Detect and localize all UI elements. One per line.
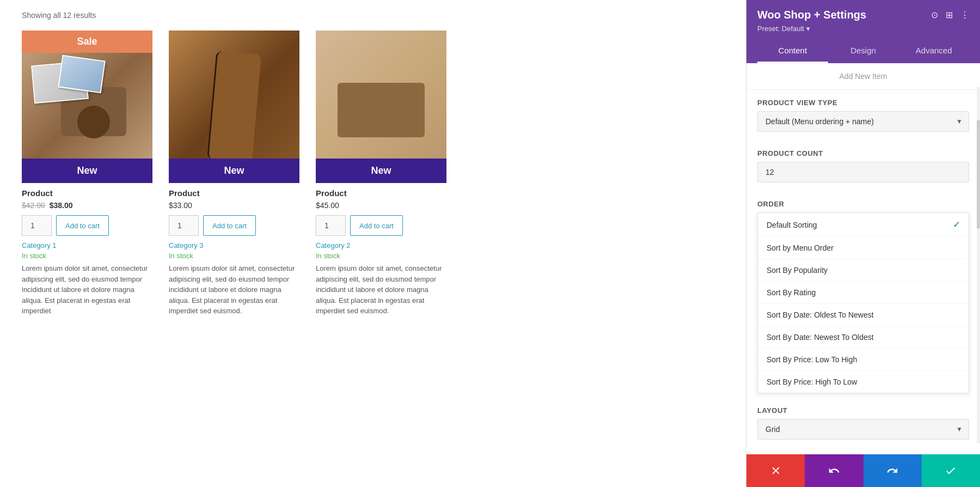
stock-status-1: In stock bbox=[22, 252, 152, 260]
order-option-sort-rating[interactable]: Sort By Rating bbox=[758, 282, 969, 304]
layout-icon[interactable]: ⊞ bbox=[946, 10, 953, 20]
focus-icon[interactable]: ⊙ bbox=[931, 10, 938, 20]
product-image-wrap-3: New bbox=[316, 31, 446, 183]
add-to-cart-row-2: Add to cart bbox=[169, 215, 299, 236]
panel-header: Woo Shop + Settings ⊙ ⊞ ⋮ Preset: Defaul… bbox=[746, 0, 980, 63]
panel-title-row: Woo Shop + Settings ⊙ ⊞ ⋮ bbox=[757, 9, 969, 21]
redo-icon bbox=[886, 465, 898, 477]
product-image-wrap-2: New bbox=[169, 31, 299, 183]
product-view-type-label: Product View Type bbox=[746, 90, 980, 111]
product-count-label: Product Count bbox=[746, 141, 980, 162]
save-button[interactable] bbox=[922, 454, 980, 487]
product-name-2: Product bbox=[169, 188, 299, 198]
order-option-sort-date-newest-label: Sort By Date: Newest To Oldest bbox=[767, 333, 874, 342]
layout-select[interactable]: Grid List bbox=[757, 419, 969, 440]
product-label-3: New bbox=[316, 159, 446, 183]
product-badge-sale: Sale bbox=[22, 31, 152, 53]
product-card-1: Sale New Product $42.00 $38.00 Add to ca… bbox=[22, 31, 152, 322]
order-dropdown: Default Sorting ✓ Sort by Menu Order Sor… bbox=[757, 212, 969, 393]
products-grid: Sale New Product $42.00 $38.00 Add to ca… bbox=[22, 31, 724, 322]
price-regular-3: $45.00 bbox=[316, 201, 339, 210]
product-desc-1: Lorem ipsum dolor sit amet, consectetur … bbox=[22, 263, 152, 316]
panel-title: Woo Shop + Settings bbox=[757, 9, 866, 21]
price-old-1: $42.00 bbox=[22, 201, 45, 210]
add-to-cart-button-2[interactable]: Add to cart bbox=[203, 215, 256, 236]
product-card-3: New Product $45.00 Add to cart Category … bbox=[316, 31, 446, 322]
cancel-button[interactable] bbox=[746, 454, 805, 487]
product-count-field bbox=[757, 162, 969, 182]
qty-input-2[interactable] bbox=[169, 215, 199, 236]
tab-content[interactable]: Content bbox=[757, 39, 828, 63]
price-new-1: $38.00 bbox=[50, 201, 73, 210]
category-link-2[interactable]: Category 3 bbox=[169, 241, 299, 249]
undo-icon bbox=[828, 465, 840, 477]
order-option-default-sorting-label: Default Sorting bbox=[767, 221, 817, 229]
add-to-cart-row-1: Add to cart bbox=[22, 215, 152, 236]
order-option-sort-price-high-label: Sort By Price: High To Low bbox=[767, 378, 857, 386]
order-option-sort-popularity[interactable]: Sort By Popularity bbox=[758, 259, 969, 282]
panel-body: Add New Item Product View Type Default (… bbox=[746, 63, 980, 454]
layout-field: Grid List ▼ bbox=[757, 419, 969, 440]
product-image-wrap-1: Sale New bbox=[22, 31, 152, 183]
product-label-1: New bbox=[22, 159, 152, 183]
product-info-3: Product $45.00 Add to cart Category 2 In… bbox=[316, 183, 446, 322]
order-option-sort-price-high[interactable]: Sort By Price: High To Low bbox=[758, 371, 969, 393]
panel-preset[interactable]: Preset: Default ▾ bbox=[757, 25, 969, 33]
qty-input-1[interactable] bbox=[22, 215, 52, 236]
product-desc-2: Lorem ipsum dolor sit amet, consectetur … bbox=[169, 263, 299, 316]
stock-status-3: In stock bbox=[316, 252, 446, 260]
product-price-1: $42.00 $38.00 bbox=[22, 201, 152, 210]
category-link-3[interactable]: Category 2 bbox=[316, 241, 446, 249]
panel-tabs: Content Design Advanced bbox=[757, 39, 969, 63]
tab-design[interactable]: Design bbox=[828, 39, 899, 63]
category-link-1[interactable]: Category 1 bbox=[22, 241, 152, 249]
add-to-cart-button-3[interactable]: Add to cart bbox=[350, 215, 403, 236]
tab-advanced[interactable]: Advanced bbox=[898, 39, 969, 63]
product-label-2: New bbox=[169, 159, 299, 183]
add-new-item[interactable]: Add New Item bbox=[746, 63, 980, 90]
undo-button[interactable] bbox=[805, 454, 863, 487]
add-to-cart-button-1[interactable]: Add to cart bbox=[56, 215, 109, 236]
order-option-sort-popularity-label: Sort By Popularity bbox=[767, 266, 828, 275]
order-option-sort-menu-order[interactable]: Sort by Menu Order bbox=[758, 237, 969, 259]
product-price-2: $33.00 bbox=[169, 201, 299, 210]
redo-button[interactable] bbox=[863, 454, 922, 487]
product-info-2: Product $33.00 Add to cart Category 3 In… bbox=[169, 183, 299, 322]
product-view-type-select[interactable]: Default (Menu ordering + name) Custom bbox=[757, 111, 969, 132]
save-check-icon bbox=[945, 465, 957, 477]
more-icon[interactable]: ⋮ bbox=[960, 10, 969, 20]
order-option-sort-price-low[interactable]: Sort By Price: Low To High bbox=[758, 349, 969, 371]
close-icon bbox=[770, 465, 782, 477]
main-content: Showing all 12 results Sale New Product … bbox=[0, 0, 746, 487]
settings-panel: Woo Shop + Settings ⊙ ⊞ ⋮ Preset: Defaul… bbox=[746, 0, 980, 487]
check-icon: ✓ bbox=[953, 220, 960, 230]
order-section: Default Sorting ✓ Sort by Menu Order Sor… bbox=[746, 212, 980, 393]
order-option-sort-rating-label: Sort By Rating bbox=[767, 288, 816, 297]
order-option-sort-date-oldest[interactable]: Sort By Date: Oldest To Newest bbox=[758, 304, 969, 326]
price-regular-2: $33.00 bbox=[169, 201, 192, 210]
scroll-thumb[interactable] bbox=[977, 120, 980, 229]
scroll-track bbox=[977, 87, 980, 443]
qty-input-3[interactable] bbox=[316, 215, 346, 236]
product-card-2: New Product $33.00 Add to cart Category … bbox=[169, 31, 299, 322]
showing-results: Showing all 12 results bbox=[22, 11, 724, 20]
panel-title-icons: ⊙ ⊞ ⋮ bbox=[931, 10, 969, 20]
photo-overlay-2 bbox=[58, 55, 106, 94]
add-to-cart-row-3: Add to cart bbox=[316, 215, 446, 236]
order-option-sort-price-low-label: Sort By Price: Low To High bbox=[767, 355, 857, 364]
order-option-sort-date-newest[interactable]: Sort By Date: Newest To Oldest bbox=[758, 326, 969, 349]
panel-footer bbox=[746, 454, 980, 487]
product-name-1: Product bbox=[22, 188, 152, 198]
order-label: Order bbox=[746, 191, 980, 212]
product-count-input[interactable] bbox=[757, 162, 969, 182]
product-price-3: $45.00 bbox=[316, 201, 446, 210]
order-option-default-sorting[interactable]: Default Sorting ✓ bbox=[758, 213, 969, 237]
layout-label: Layout bbox=[746, 398, 980, 419]
stock-status-2: In stock bbox=[169, 252, 299, 260]
product-view-type-field: Default (Menu ordering + name) Custom ▼ bbox=[757, 111, 969, 132]
product-name-3: Product bbox=[316, 188, 446, 198]
order-option-sort-menu-order-label: Sort by Menu Order bbox=[767, 244, 834, 252]
product-info-1: Product $42.00 $38.00 Add to cart Catego… bbox=[22, 183, 152, 322]
order-option-sort-date-oldest-label: Sort By Date: Oldest To Newest bbox=[767, 311, 874, 319]
product-desc-3: Lorem ipsum dolor sit amet, consectetur … bbox=[316, 263, 446, 316]
